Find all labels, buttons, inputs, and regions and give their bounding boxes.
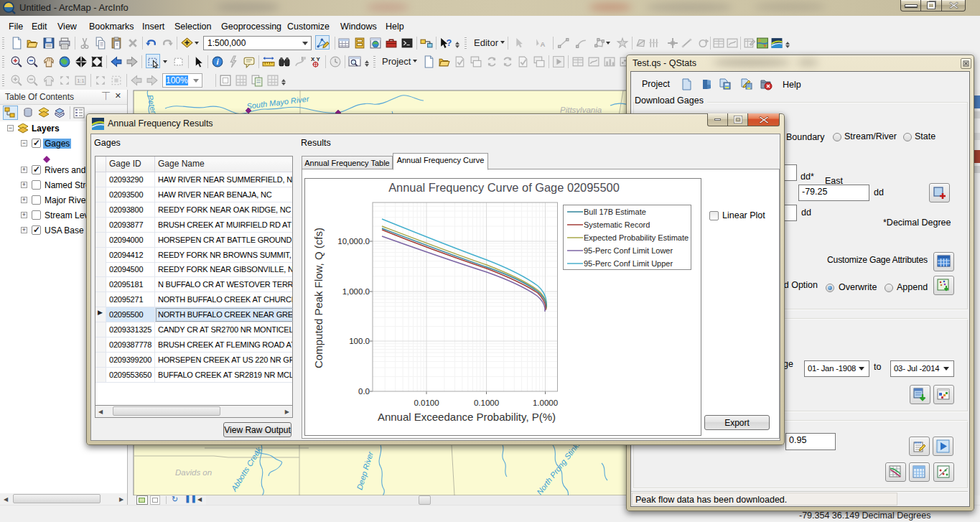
- svg-text:0.0100: 0.0100: [414, 399, 439, 407]
- svg-text:1,000.0: 1,000.0: [342, 287, 370, 296]
- svg-text:Bull 17B Estimate: Bull 17B Estimate: [584, 208, 646, 216]
- svg-text:0.0: 0.0: [358, 387, 370, 396]
- svg-text:0.1000: 0.1000: [474, 399, 499, 407]
- svg-text:Davids on: Davids on: [175, 468, 212, 477]
- svg-text:1:1: 1:1: [77, 78, 84, 84]
- svg-text:100.0: 100.0: [349, 337, 370, 345]
- svg-text:Expected Probability Estimate: Expected Probability Estimate: [584, 233, 689, 242]
- svg-text:Annual Exceedance Probability,: Annual Exceedance Probability, P(%): [378, 411, 556, 423]
- svg-text:95-Perc Conf Limit Upper: 95-Perc Conf Limit Upper: [584, 259, 673, 268]
- svg-text:1.0000: 1.0000: [533, 399, 558, 407]
- svg-text:10,000.0: 10,000.0: [337, 237, 370, 246]
- svg-text:A: A: [541, 40, 546, 48]
- svg-text:Y: Y: [317, 56, 321, 62]
- svg-text:Annual Frequency Curve of Gage: Annual Frequency Curve of Gage 02095500: [388, 181, 620, 194]
- svg-text:95-Perc Conf Limit Lower: 95-Perc Conf Limit Lower: [584, 246, 673, 255]
- svg-text:Systematic Record: Systematic Record: [584, 220, 650, 229]
- svg-text:Computed Peak Flow, Q (cfs): Computed Peak Flow, Q (cfs): [312, 228, 325, 368]
- svg-text:?: ?: [447, 38, 452, 48]
